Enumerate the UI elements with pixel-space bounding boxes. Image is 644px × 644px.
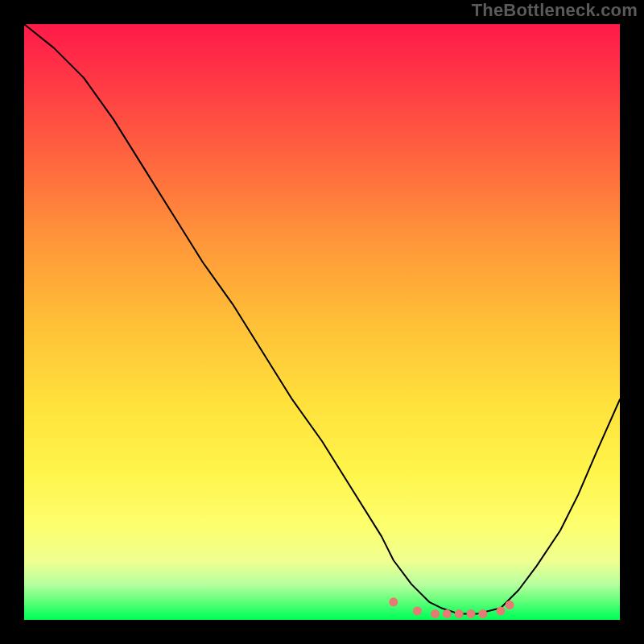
watermark-text: TheBottleneck.com <box>472 0 638 21</box>
marker-point <box>497 606 506 615</box>
plot-area <box>24 24 620 620</box>
marker-point <box>455 609 464 618</box>
marker-point <box>506 601 514 609</box>
chart-container: TheBottleneck.com <box>0 0 644 644</box>
marker-point <box>443 609 452 618</box>
marker-point <box>389 597 398 606</box>
marker-point <box>478 609 487 618</box>
bottleneck-curve <box>24 24 620 614</box>
optimal-range-markers <box>389 597 514 618</box>
curve-layer <box>24 24 620 620</box>
marker-point <box>431 609 440 618</box>
marker-point <box>413 606 422 615</box>
marker-point <box>467 609 476 618</box>
